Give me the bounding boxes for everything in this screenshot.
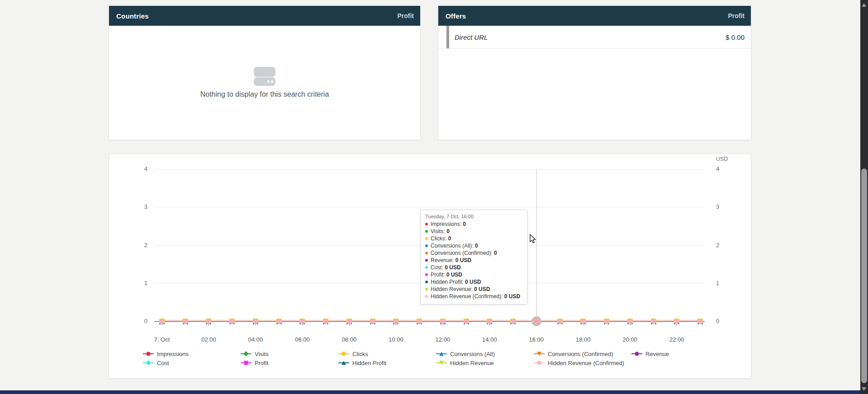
data-point-19:00[interactable] — [604, 319, 609, 324]
data-point-06:00[interactable] — [299, 319, 305, 324]
x-axis-label-06:00: 06:00 — [286, 336, 318, 343]
offers-panel: Offers Profit Direct URL $ 0.00 — [438, 5, 751, 140]
legend-item-revenue[interactable]: Revenue — [631, 350, 669, 358]
y-axis-label-left-2: 2 — [129, 242, 147, 249]
x-axis-label-04:00: 04:00 — [240, 336, 271, 343]
data-point-03:00[interactable] — [229, 319, 235, 324]
data-point-11:00[interactable] — [417, 319, 422, 324]
legend-item-cost[interactable]: Cost — [143, 359, 169, 367]
legend-item-conversions-confirmed[interactable]: Conversions (Confirmed) — [534, 350, 613, 358]
hidden-revenue-dot-icon — [425, 288, 428, 291]
countries-empty-state: Nothing to display for this search crite… — [109, 26, 420, 140]
data-point-23:00[interactable] — [697, 319, 703, 324]
data-point-18:00[interactable] — [580, 319, 586, 324]
legend-item-visits[interactable]: Visits — [241, 350, 269, 358]
tooltip-row: Hidden Profit0 USD — [425, 278, 522, 286]
tooltip-title: Tuesday, 7 Oct, 16:00 — [425, 214, 522, 219]
data-point-08:00[interactable] — [346, 319, 352, 324]
tooltip-row: Visits0 — [425, 228, 522, 235]
y-axis-label-right-1: 1 — [716, 280, 734, 286]
x-axis-label-16:00: 16:00 — [521, 336, 552, 343]
visits-dot-icon — [425, 230, 428, 233]
legend-item-profit[interactable]: Profit — [241, 359, 268, 367]
y-axis-label-right-0: 0 — [716, 318, 734, 324]
clicks-dot-icon — [425, 237, 428, 240]
bottom-bar — [0, 390, 860, 394]
conversions-all-marker-icon — [436, 351, 447, 356]
x-axis-label-10:00: 10:00 — [380, 336, 412, 343]
tooltip-row: Conversions (All)0 — [425, 242, 522, 249]
impressions-dot-icon — [425, 223, 428, 225]
chart-panel: USD Tuesday, 7 Oct, 16:00 Impressions0 V… — [109, 154, 751, 379]
data-point-22:00[interactable] — [674, 319, 679, 324]
tooltip-row: Conversions (Confirmed)0 — [425, 249, 522, 257]
legend-item-hidden-revenue-confirmed[interactable]: Hidden Revenue (Confirmed) — [534, 359, 624, 367]
x-axis-label-22:00: 22:00 — [661, 336, 693, 343]
cost-marker-icon — [143, 360, 154, 366]
data-point-01:00[interactable] — [183, 319, 188, 324]
data-point-00:00[interactable] — [159, 319, 165, 324]
empty-state-message: Nothing to display for this search crite… — [200, 90, 329, 98]
data-point-02:00[interactable] — [206, 319, 211, 324]
impressions-marker-icon — [143, 351, 154, 356]
countries-profit-column-header[interactable]: Profit — [397, 12, 414, 19]
series-zero-line — [162, 320, 700, 321]
data-point-17:00[interactable] — [557, 319, 563, 324]
hidden-revenue-confirmed-marker-icon — [534, 360, 545, 366]
conversions-confirmed-marker-icon — [534, 351, 545, 356]
chart-tooltip: Tuesday, 7 Oct, 16:00 Impressions0 Visit… — [420, 210, 527, 305]
data-point-20:00[interactable] — [627, 319, 633, 324]
x-axis-label-14:00: 14:00 — [474, 336, 505, 343]
tooltip-row: Impressions0 — [425, 220, 522, 228]
offers-panel-header: Offers Profit — [438, 6, 751, 26]
data-point-09:00[interactable] — [370, 319, 375, 324]
chart-plot-area: USD Tuesday, 7 Oct, 16:00 Impressions0 V… — [109, 154, 751, 378]
offer-row-direct-url[interactable]: Direct URL $ 0.00 — [438, 26, 751, 49]
tooltip-row: Revenue0 USD — [425, 257, 522, 264]
data-point-05:00[interactable] — [276, 319, 282, 324]
countries-panel-header: Countries Profit — [109, 6, 420, 26]
x-axis-label-08:00: 08:00 — [333, 336, 365, 343]
data-point-07:00[interactable] — [323, 319, 328, 324]
legend-item-hidden-revenue[interactable]: Hidden Revenue — [436, 359, 494, 367]
offer-profit-value: $ 0.00 — [726, 33, 751, 41]
data-point-10:00[interactable] — [393, 319, 398, 324]
legend-item-impressions[interactable]: Impressions — [143, 350, 189, 358]
tooltip-row: Hidden Revenue (Confirmed)0 USD — [425, 293, 522, 300]
legend-item-hidden-profit[interactable]: Hidden Profit — [338, 359, 386, 367]
tooltip-row: Profit0 USD — [425, 271, 522, 278]
y-axis-label-left-0: 0 — [129, 318, 147, 324]
highlighted-data-point-16-00[interactable] — [531, 316, 541, 326]
y-axis-label-right-4: 4 — [716, 165, 734, 172]
tooltip-row: Cost0 USD — [425, 264, 522, 271]
legend-item-conversions-all[interactable]: Conversions (All) — [436, 350, 495, 358]
revenue-marker-icon — [631, 351, 642, 356]
scrollbar-down-arrow-icon[interactable] — [862, 387, 866, 391]
tooltip-row: Hidden Revenue0 USD — [425, 286, 522, 293]
data-point-13:00[interactable] — [464, 319, 469, 324]
y-gridline-3 — [154, 207, 705, 207]
data-point-15:00[interactable] — [510, 319, 516, 324]
empty-data-card-icon — [254, 67, 275, 86]
hidden-profit-dot-icon — [425, 281, 428, 283]
y-axis-label-left-1: 1 — [129, 280, 147, 286]
y-axis-label-right-3: 3 — [716, 203, 734, 210]
y-axis-label-right-2: 2 — [716, 242, 734, 249]
revenue-dot-icon — [425, 259, 428, 262]
data-point-21:00[interactable] — [651, 319, 656, 324]
countries-panel: Countries Profit Nothing to display for … — [109, 5, 421, 140]
offers-profit-column-header[interactable]: Profit — [728, 12, 745, 19]
data-point-04:00[interactable] — [253, 319, 258, 324]
scrollbar-thumb[interactable] — [861, 169, 867, 383]
scrollbar-up-arrow-icon[interactable] — [862, 3, 866, 7]
page-scrollbar[interactable] — [860, 0, 868, 394]
data-point-14:00[interactable] — [487, 319, 492, 324]
conversions-confirmed-dot-icon — [425, 252, 428, 254]
tooltip-row: Clicks0 — [425, 235, 522, 242]
visits-marker-icon — [241, 351, 251, 356]
data-point-12:00[interactable] — [440, 319, 446, 324]
hidden-revenue-confirmed-dot-icon — [425, 295, 428, 298]
legend-item-clicks[interactable]: Clicks — [338, 350, 368, 358]
cost-dot-icon — [425, 266, 428, 269]
offer-name[interactable]: Direct URL — [438, 33, 488, 41]
